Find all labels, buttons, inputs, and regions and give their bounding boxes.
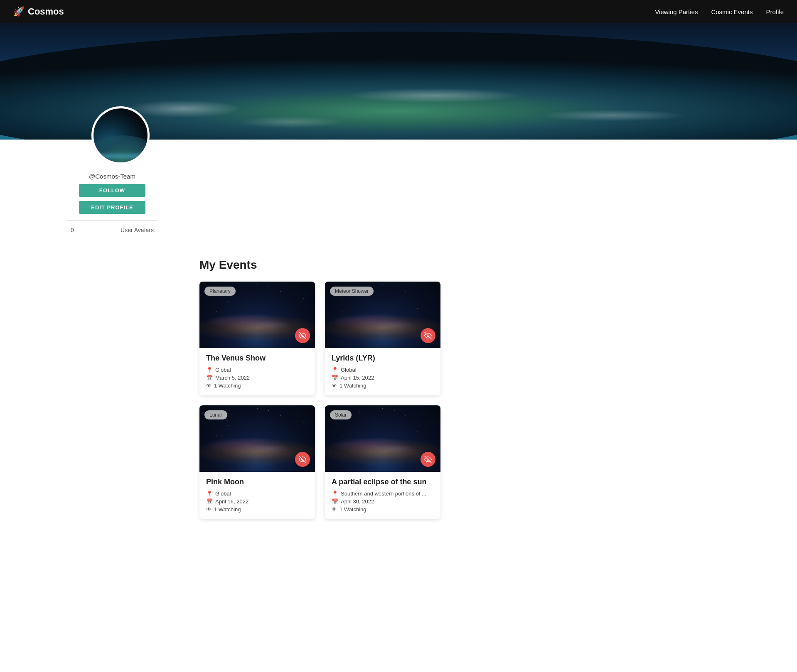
event-meta: 📍 Global 📅 April 15, 2022 👁 1 Watching <box>332 367 434 389</box>
event-date-row: 📅 March 5, 2022 <box>206 375 308 381</box>
event-hide-button[interactable] <box>421 328 435 343</box>
hide-icon <box>299 332 306 339</box>
event-card: Solar A partial eclipse of the sun 📍 Sou… <box>325 405 440 519</box>
location-icon: 📍 <box>332 491 338 497</box>
event-card: Meteor Shower Lyrids (LYR) 📍 Global 📅 Ap… <box>325 282 440 395</box>
event-meta: 📍 Global 📅 March 5, 2022 👁 1 Watching <box>206 367 308 389</box>
followers-count: 0 <box>71 227 74 233</box>
eye-icon: 👁 <box>206 506 212 513</box>
event-hide-button[interactable] <box>421 452 435 467</box>
event-location-row: 📍 Southern and western portions of ... <box>332 491 434 497</box>
event-date-row: 📅 April 30, 2022 <box>332 498 434 505</box>
event-location-row: 📍 Global <box>206 367 308 373</box>
main-content: My Events Planetary The Venus Show 📍 Glo… <box>0 250 797 536</box>
event-card-image: Planetary <box>199 282 315 348</box>
event-date-row: 📅 April 16, 2022 <box>206 498 308 505</box>
event-location: Global <box>215 491 231 497</box>
event-watching-row: 👁 1 Watching <box>332 506 434 513</box>
event-card-image: Meteor Shower <box>325 282 440 348</box>
nav-viewing-parties[interactable]: Viewing Parties <box>655 8 698 15</box>
event-card-body: Lyrids (LYR) 📍 Global 📅 April 15, 2022 👁… <box>325 348 440 395</box>
events-grid: Planetary The Venus Show 📍 Global 📅 Marc… <box>199 282 440 519</box>
calendar-icon: 📅 <box>332 498 338 505</box>
event-watching: 1 Watching <box>339 383 367 389</box>
profile-stats: 0 User Avatars <box>66 227 158 233</box>
event-card: Planetary The Venus Show 📍 Global 📅 Marc… <box>199 282 315 395</box>
event-date: April 16, 2022 <box>215 498 248 505</box>
follow-button[interactable]: FOLLOW <box>79 184 145 197</box>
event-card-body: The Venus Show 📍 Global 📅 March 5, 2022 … <box>199 348 315 395</box>
eye-icon: 👁 <box>332 383 337 389</box>
event-category-badge: Lunar <box>204 410 227 419</box>
navbar: 🚀 Cosmos Viewing Parties Cosmic Events P… <box>0 0 797 23</box>
location-icon: 📍 <box>206 367 213 373</box>
hide-icon <box>424 456 432 463</box>
hide-icon <box>424 332 432 339</box>
profile-section: @Cosmos-Team FOLLOW EDIT PROFILE 0 User … <box>0 140 797 250</box>
event-watching: 1 Watching <box>214 383 241 389</box>
event-title: The Venus Show <box>206 354 308 363</box>
event-card-body: Pink Moon 📍 Global 📅 April 16, 2022 👁 1 … <box>199 472 315 519</box>
event-location-row: 📍 Global <box>206 491 308 497</box>
calendar-icon: 📅 <box>332 375 338 381</box>
avatar-atmosphere-graphic <box>91 152 150 160</box>
event-card-image: Solar <box>325 405 440 472</box>
avatar-container <box>91 106 150 164</box>
event-location-row: 📍 Global <box>332 367 434 373</box>
calendar-icon: 📅 <box>206 375 213 381</box>
event-date: April 15, 2022 <box>341 375 374 381</box>
site-logo[interactable]: 🚀 Cosmos <box>13 6 655 17</box>
event-date-row: 📅 April 15, 2022 <box>332 375 434 381</box>
event-card-image: Lunar <box>199 405 315 472</box>
event-watching-row: 👁 1 Watching <box>206 383 308 389</box>
logo-emoji: 🚀 <box>13 6 25 17</box>
event-date: April 30, 2022 <box>341 498 374 505</box>
event-hide-button[interactable] <box>295 452 310 467</box>
user-avatars-label: User Avatars <box>121 227 154 233</box>
hide-icon <box>299 456 306 463</box>
event-category-badge: Planetary <box>204 287 236 296</box>
event-location: Southern and western portions of ... <box>341 491 426 497</box>
avatar <box>91 106 150 164</box>
profile-divider <box>66 220 158 221</box>
nav-cosmic-events[interactable]: Cosmic Events <box>711 8 753 15</box>
event-title: A partial eclipse of the sun <box>332 478 434 486</box>
event-location: Global <box>341 367 357 373</box>
event-meta: 📍 Global 📅 April 16, 2022 👁 1 Watching <box>206 491 308 513</box>
event-meta: 📍 Southern and western portions of ... 📅… <box>332 491 434 513</box>
event-title: Lyrids (LYR) <box>332 354 434 363</box>
edit-profile-button[interactable]: EDIT PROFILE <box>79 201 145 214</box>
eye-icon: 👁 <box>206 383 212 389</box>
event-hide-button[interactable] <box>295 328 310 343</box>
event-watching-row: 👁 1 Watching <box>332 383 434 389</box>
event-title: Pink Moon <box>206 478 308 486</box>
event-category-badge: Solar <box>330 410 352 419</box>
nav-profile[interactable]: Profile <box>766 8 784 15</box>
event-location: Global <box>215 367 231 373</box>
event-card-body: A partial eclipse of the sun 📍 Southern … <box>325 472 440 519</box>
event-card: Lunar Pink Moon 📍 Global 📅 April 16, 202… <box>199 405 315 519</box>
nav-links: Viewing Parties Cosmic Events Profile <box>655 8 784 15</box>
event-watching: 1 Watching <box>339 506 367 513</box>
logo-text: Cosmos <box>28 6 64 17</box>
eye-icon: 👁 <box>332 506 337 513</box>
my-events-title: My Events <box>199 258 780 272</box>
location-icon: 📍 <box>332 367 338 373</box>
profile-username: @Cosmos-Team <box>89 173 135 180</box>
event-watching: 1 Watching <box>214 506 241 513</box>
location-icon: 📍 <box>206 491 213 497</box>
profile-info: @Cosmos-Team FOLLOW EDIT PROFILE 0 User … <box>66 173 158 233</box>
calendar-icon: 📅 <box>206 498 213 505</box>
event-watching-row: 👁 1 Watching <box>206 506 308 513</box>
event-category-badge: Meteor Shower <box>330 287 374 296</box>
event-date: March 5, 2022 <box>215 375 250 381</box>
